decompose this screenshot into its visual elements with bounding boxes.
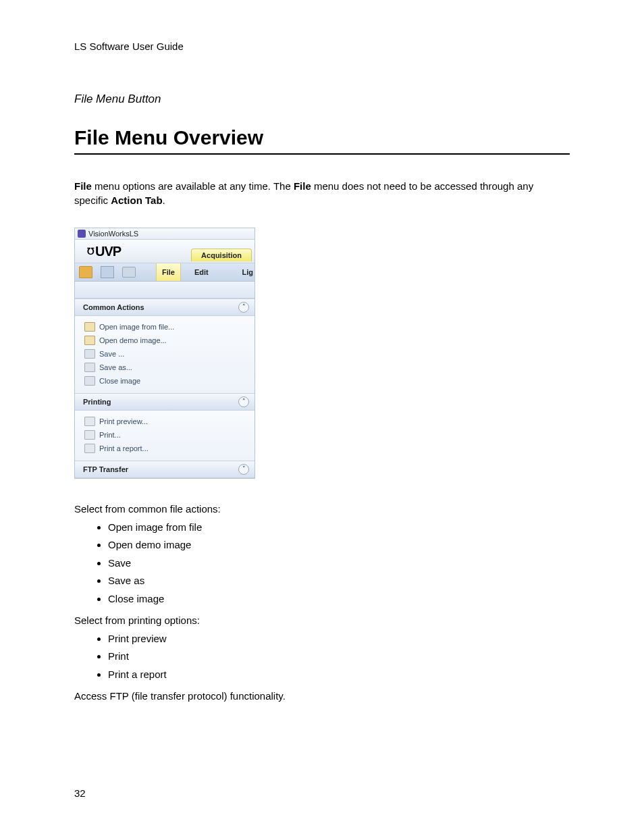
window-titlebar: VisionWorksLS (75, 228, 254, 240)
menu-lig-button[interactable]: Lig (237, 263, 255, 281)
list-item: Close image (108, 592, 570, 607)
menu-item-save[interactable]: Save ... (84, 347, 249, 361)
print-preview-icon (84, 417, 95, 426)
page-title: File Menu Overview (74, 126, 570, 149)
open-file-icon (84, 322, 95, 332)
list-item: Print preview (108, 631, 570, 647)
menu-item-label: Open image from file... (99, 323, 174, 331)
common-actions-list: Open image from file Open demo image Sav… (108, 520, 570, 607)
intro-bold-file-1: File (74, 180, 92, 192)
panel-header-printing[interactable]: Printing ˄ (75, 394, 254, 411)
title-divider (74, 153, 570, 155)
menu-item-open-demo[interactable]: Open demo image... (84, 334, 249, 347)
list-item: Print (108, 649, 570, 664)
section-subtitle: File Menu Button (74, 93, 570, 106)
toolbar-spacer-strip (75, 282, 254, 298)
menu-item-print-preview[interactable]: Print preview... (84, 415, 249, 428)
open-icon[interactable] (79, 266, 92, 278)
menu-item-close-image[interactable]: Close image (84, 374, 249, 388)
panel-printing: Printing ˄ Print preview... Print... Pri… (75, 393, 254, 461)
panel-title-printing: Printing (83, 398, 111, 406)
page-number: 32 (74, 787, 86, 799)
open-demo-icon (84, 336, 95, 345)
ftp-line: Access FTP (file transfer protocol) func… (74, 689, 570, 704)
document-page: LS Software User Guide File Menu Button … (0, 0, 644, 834)
list-item: Save (108, 556, 570, 571)
list-item: Open image from file (108, 520, 570, 536)
logo-row: ℧ UVP Acquisition (75, 240, 254, 263)
select-common-label: Select from common file actions: (74, 502, 570, 517)
save-file-icon (84, 349, 95, 359)
logo-text: UVP (95, 244, 121, 259)
print-doc-icon (84, 430, 95, 440)
tab-acquisition[interactable]: Acquisition (191, 249, 252, 261)
intro-bold-file-2: File (294, 180, 311, 192)
menu-item-open-file[interactable]: Open image from file... (84, 320, 249, 334)
panel-body-printing: Print preview... Print... Print a report… (75, 411, 254, 461)
menu-item-label: Save as... (99, 363, 132, 371)
menu-item-label: Open demo image... (99, 336, 167, 344)
body-text: Select from common file actions: Open im… (74, 502, 570, 704)
panel-header-ftp[interactable]: FTP Transfer ˅ (75, 461, 254, 478)
menu-item-label: Print preview... (99, 417, 148, 425)
print-report-icon (84, 444, 95, 453)
logo-mark-icon: ℧ (87, 246, 94, 257)
list-item: Save as (108, 573, 570, 589)
chevron-down-icon[interactable]: ˅ (238, 464, 249, 475)
window-title: VisionWorksLS (88, 230, 138, 238)
app-icon (78, 230, 86, 238)
menu-item-print-report[interactable]: Print a report... (84, 442, 249, 455)
save-icon[interactable] (101, 266, 114, 278)
toolbar: File Edit Lig (75, 263, 254, 282)
menu-item-label: Print a report... (99, 444, 149, 452)
chevron-up-icon[interactable]: ˄ (238, 396, 249, 407)
panel-header-common-actions[interactable]: Common Actions ˄ (75, 299, 254, 316)
guide-header: LS Software User Guide (74, 41, 570, 52)
menu-item-label: Save ... (99, 350, 124, 358)
menu-edit-button[interactable]: Edit (189, 263, 214, 281)
print-icon[interactable] (122, 267, 136, 278)
save-as-icon (84, 363, 95, 372)
close-image-icon (84, 376, 95, 386)
panel-title-ftp: FTP Transfer (83, 465, 128, 473)
select-printing-label: Select from printing options: (74, 613, 570, 629)
intro-text-end: . (163, 194, 165, 206)
printing-list: Print preview Print Print a report (108, 631, 570, 683)
menu-item-label: Close image (99, 377, 140, 385)
intro-bold-actiontab: Action Tab (111, 194, 162, 206)
panel-ftp-transfer: FTP Transfer ˅ (75, 461, 254, 478)
panel-common-actions: Common Actions ˄ Open image from file...… (75, 298, 254, 393)
menu-item-save-as[interactable]: Save as... (84, 361, 249, 374)
intro-text-1: menu options are available at any time. … (92, 180, 294, 192)
menu-item-print[interactable]: Print... (84, 428, 249, 442)
list-item: Print a report (108, 667, 570, 683)
embedded-screenshot: VisionWorksLS ℧ UVP Acquisition File Edi… (74, 228, 255, 479)
panel-body-common-actions: Open image from file... Open demo image.… (75, 316, 254, 393)
panel-title-common-actions: Common Actions (83, 303, 144, 311)
menu-file-button[interactable]: File (156, 263, 181, 281)
chevron-up-icon[interactable]: ˄ (238, 302, 249, 313)
list-item: Open demo image (108, 538, 570, 553)
uvp-logo: ℧ UVP (87, 244, 121, 259)
intro-paragraph: File menu options are available at any t… (74, 179, 570, 207)
menu-item-label: Print... (99, 431, 121, 439)
